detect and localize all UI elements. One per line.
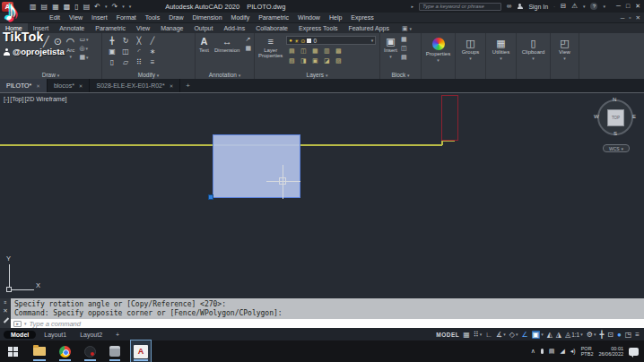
doc-close-button[interactable]: ✕	[636, 14, 640, 22]
viewport-minimize-control[interactable]: [-]	[4, 96, 9, 102]
copy-tool-button[interactable]: ▣	[106, 47, 118, 56]
table-tool-button[interactable]: ▦	[245, 45, 251, 52]
viewcube-south[interactable]: S	[614, 131, 617, 136]
annotation-scale-control[interactable]: ◬1:1▾	[565, 331, 583, 339]
viewport-view-control[interactable]: [Top]	[10, 96, 23, 102]
erase-tool-button[interactable]: ╱	[146, 36, 159, 46]
layer-properties-button[interactable]: ≡ Layer Properties	[258, 36, 283, 65]
layer-tool-button[interactable]: ▣	[309, 56, 320, 65]
layer-tool-button[interactable]: ◫	[298, 47, 309, 56]
tab-close-icon[interactable]: ✕	[36, 83, 40, 89]
tab-close-icon[interactable]: ✕	[79, 83, 83, 89]
clean-screen-icon[interactable]: ◳	[625, 331, 632, 339]
menu-modify[interactable]: Modify	[227, 14, 255, 21]
red-rectangle-entity[interactable]	[441, 95, 458, 141]
panel-label-block[interactable]: Block ▾	[380, 72, 421, 78]
save-icon[interactable]: ▤	[41, 3, 48, 11]
text-tool-button[interactable]: AText	[199, 36, 209, 53]
network-icon[interactable]: ◢	[560, 348, 564, 355]
menu-window[interactable]: Window	[293, 14, 325, 21]
menu-parametric[interactable]: Parametric	[254, 14, 293, 21]
panel-label-layers[interactable]: Layers ▾	[255, 72, 379, 78]
tab-close-icon[interactable]: ✕	[170, 83, 174, 89]
dimension-tool-button[interactable]: ↔Dimension	[214, 36, 239, 53]
help-icon[interactable]: ?	[590, 3, 597, 10]
doc-minimize-button[interactable]: ─	[621, 14, 625, 22]
alert-dropdown-icon[interactable]: ▾	[583, 4, 586, 9]
menu-tools[interactable]: Tools	[141, 14, 164, 21]
menu-help[interactable]: Help	[325, 14, 346, 21]
ribbon-tab-manage[interactable]: Manage	[155, 23, 188, 33]
selection-grip[interactable]	[208, 194, 213, 200]
microphone-icon[interactable]	[541, 349, 544, 354]
move-tool-button[interactable]: ╋	[106, 36, 118, 46]
explode-tool-button[interactable]: ∗	[146, 47, 159, 56]
help-dropdown-icon[interactable]: ▾	[603, 4, 605, 9]
redo-dropdown-icon[interactable]: ▾	[122, 4, 125, 9]
plot-icon[interactable]: ▩	[64, 3, 71, 11]
grid-toggle-icon[interactable]: ▦	[463, 331, 470, 339]
layer-dropdown[interactable]: ● ☀ ⊙ 0 ▾	[286, 36, 376, 45]
command-recent-dropdown-icon[interactable]: ▾	[24, 321, 27, 326]
leader-tool-button[interactable]: ↗	[245, 36, 251, 43]
layer-tool-button[interactable]: ▥	[321, 47, 332, 56]
language-indicator[interactable]: POR PTB2	[581, 346, 594, 357]
notification-center-icon[interactable]	[629, 348, 639, 356]
drawing-area[interactable]: [-] [Top] [2D Wireframe] Y X N W E S TOP	[0, 93, 644, 298]
selection-cycling-toggle[interactable]: ▣▾	[532, 331, 544, 339]
hatch-tool-button[interactable]: ▦▾	[79, 54, 88, 61]
layer-tool-button[interactable]: ▦	[309, 47, 320, 56]
new-tab-button[interactable]: +	[180, 79, 196, 92]
layer-tool-button[interactable]: ▨	[333, 56, 344, 65]
speaker-icon[interactable]: ◂)	[570, 348, 576, 355]
add-layout-button[interactable]: +	[110, 331, 125, 339]
recorder-taskbar-icon[interactable]	[82, 340, 99, 362]
edit-attributes-button[interactable]: ◫	[401, 45, 407, 52]
clock[interactable]: 00:01 26/06/2022	[598, 346, 623, 357]
ribbon-tab-output[interactable]: Output	[188, 23, 218, 33]
osnap-toggle-icon[interactable]: ∠	[521, 331, 527, 339]
ellipse-tool-button[interactable]: ◎▾	[79, 45, 88, 52]
create-block-button[interactable]: ▦	[401, 36, 407, 43]
file-tab-s028[interactable]: S028-ELE-EX-E01-R02* ✕	[90, 79, 180, 92]
layer-tool-button[interactable]: ◪	[321, 56, 332, 65]
start-button[interactable]	[8, 347, 18, 357]
panel-view[interactable]: ◰ View ▾	[551, 33, 579, 79]
panel-utilities[interactable]: ▦ Utilities ▾	[486, 33, 517, 79]
ribbon-tab-insert[interactable]: Insert	[28, 23, 55, 33]
undo-icon[interactable]: ↶	[94, 3, 100, 11]
ribbon-tab-collaborate[interactable]: Collaborate	[250, 23, 293, 33]
mirror-tool-button[interactable]: ◫	[119, 47, 132, 56]
cube-app-taskbar-icon[interactable]	[107, 340, 123, 362]
layout-tab-model[interactable]: Model	[4, 331, 36, 339]
open-icon[interactable]: ▥	[30, 3, 37, 11]
save-as-icon[interactable]: ▦	[52, 3, 59, 11]
polar-tracking-toggle[interactable]: ∡▾	[496, 331, 506, 339]
offset-tool-button[interactable]: ≡	[146, 57, 159, 67]
menu-edit[interactable]: Edit	[45, 14, 65, 21]
sign-in-button[interactable]: Sign In	[528, 4, 548, 10]
wcs-dropdown[interactable]: WCS ▾	[603, 144, 630, 152]
arc-tool-button[interactable]: ◠Arc▾	[66, 36, 75, 61]
layout-tab-layout2[interactable]: Layout2	[74, 331, 108, 339]
sheet-set-icon[interactable]: ▯	[74, 3, 78, 11]
viewcube-west[interactable]: W	[594, 114, 599, 119]
viewcube[interactable]: N W E S TOP WCS ▾	[596, 98, 637, 153]
menu-express[interactable]: Express	[346, 14, 378, 21]
panel-groups[interactable]: ◫ Groups ▾	[456, 33, 486, 79]
graphics-performance-icon[interactable]: ●	[617, 331, 622, 339]
file-tab-piloto[interactable]: PILOTO* ✕	[0, 79, 48, 92]
viewport-visual-style-control[interactable]: [2D Wireframe]	[24, 96, 66, 102]
block-editor-button[interactable]: ▤	[401, 54, 407, 61]
layer-tool-button[interactable]: ▤	[286, 47, 297, 56]
tray-chevron-icon[interactable]: ∧	[531, 348, 535, 355]
annotation-monitor-icon[interactable]: ╋	[599, 331, 604, 339]
panel-clipboard[interactable]: ▯ Clipboard ▾	[517, 33, 551, 79]
file-tab-blocos[interactable]: blocos* ✕	[48, 79, 91, 92]
tray-folder-icon[interactable]: ▤	[549, 348, 555, 355]
insert-block-button[interactable]: ▣ Insert ▾	[384, 36, 397, 61]
ribbon-tab-home[interactable]: Home	[0, 23, 28, 33]
redo-icon[interactable]: ↷	[111, 3, 117, 11]
file-explorer-taskbar-icon[interactable]	[30, 340, 48, 362]
trim-tool-button[interactable]: ╳	[133, 36, 145, 46]
